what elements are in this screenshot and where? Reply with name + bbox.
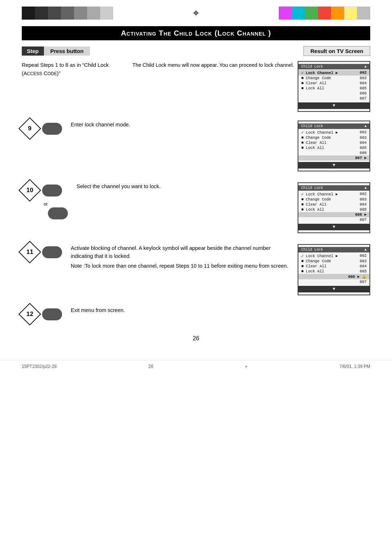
swatch-gray bbox=[357, 7, 370, 20]
tv-row-10-4: ■ Lock All 005 bbox=[298, 207, 369, 212]
title-text: Activating The Child Lock (Lock Channel … bbox=[121, 29, 271, 37]
swatch-3 bbox=[48, 7, 61, 20]
footer-left: 15PT2302/p22-28 bbox=[22, 364, 57, 369]
tv-row-11-6: 007 bbox=[298, 279, 369, 284]
step-9-text: Enter lock channel mode. bbox=[71, 121, 298, 130]
page-number: 26 bbox=[22, 335, 370, 342]
step-row-12: 12 Exit menu from screen. bbox=[22, 306, 370, 324]
tv-screen-intro: Child Lock ▲ ✓ Lock Channel ► 002 ■ Chan… bbox=[298, 61, 370, 112]
step-row-10: 10 or Select the channel you want to loc… bbox=[22, 182, 370, 233]
tv-footer-11: ▼ bbox=[298, 286, 369, 292]
tv-row-intro-3: ■ Clear All 004 bbox=[298, 81, 369, 86]
tv-row-intro-1: ✓ Lock Channel ► 002 bbox=[298, 70, 369, 76]
tv-row-10-5: 006 ► bbox=[298, 212, 369, 217]
step-12-text: Exit menu from screen. bbox=[71, 306, 370, 316]
color-bar-right bbox=[279, 7, 370, 20]
step-9-button[interactable] bbox=[42, 123, 62, 135]
step-11-number: 11 bbox=[19, 241, 41, 263]
tv-footer-intro: ▼ bbox=[298, 102, 369, 109]
footer-center: 26 bbox=[148, 364, 153, 369]
swatch-4 bbox=[61, 7, 74, 20]
tv-header-intro: Child Lock ▲ bbox=[298, 64, 369, 69]
page-title: Activating The Child Lock (Lock Channel … bbox=[22, 26, 370, 40]
tv-screen-9: Child Lock ▲ ✓ Lock Channel ► 002 ■ Chan… bbox=[298, 121, 370, 171]
step-11-button[interactable] bbox=[42, 246, 62, 258]
step-row-9: 9 Enter lock channel mode. Child Lock ▲ … bbox=[22, 121, 370, 171]
intro-text-2: The Child Lock menu will now appear. You… bbox=[132, 61, 298, 69]
color-bar-container: ⌖ bbox=[0, 0, 392, 20]
tv-row-10-6: 007 bbox=[298, 217, 369, 222]
swatch-red bbox=[318, 7, 331, 20]
tv-row-9-2: ■ Change Code 003 bbox=[298, 135, 369, 140]
tv-row-9-1: ✓ Lock Channel ► 002 bbox=[298, 130, 369, 135]
tv-screen-10: Child Lock ▲ ✓ Lock Channel ► 002 ■ Chan… bbox=[298, 182, 370, 233]
tv-header-10: Child Lock ▲ bbox=[298, 185, 369, 191]
swatch-green bbox=[305, 7, 318, 20]
footer-right: 7/6/01, 1:39 PM bbox=[339, 364, 370, 369]
step-10-text: Select the channel you want to lock. bbox=[77, 182, 298, 192]
step-10-number: 10 bbox=[19, 179, 41, 202]
tv-row-9-3: ■ Clear All 004 bbox=[298, 140, 369, 145]
tv-row-10-2: ■ Change Code 003 bbox=[298, 197, 369, 202]
swatch-2 bbox=[35, 7, 48, 20]
step-header: Step Press button Result on TV Screen bbox=[22, 46, 370, 56]
tv-screen-11: Child Lock ▲ ✓ Lock Channel ► 002 ■ Chan… bbox=[298, 244, 370, 295]
step-10-or: or bbox=[44, 201, 48, 207]
tv-row-11-4: ■ Lock All 005 bbox=[298, 269, 369, 274]
tv-footer-10: ▼ bbox=[298, 224, 369, 230]
swatch-5 bbox=[74, 7, 87, 20]
swatch-6 bbox=[87, 7, 100, 20]
crosshair-center: ⌖ bbox=[187, 7, 205, 20]
press-button-label: Press button bbox=[44, 46, 90, 56]
step-9-icons: 9 bbox=[22, 121, 62, 139]
tv-row-intro-4: ■ Lock All 005 bbox=[298, 86, 369, 91]
tv-row-9-5: 006 bbox=[298, 150, 369, 155]
step-row-11: 11 Activate blocking of channel. A keylo… bbox=[22, 244, 370, 295]
tv-row-11-5: 006 ► 🔒 bbox=[298, 274, 369, 279]
intro-text: Repeat Steps 1 to 8 as in “Child Lock (A… bbox=[22, 61, 132, 78]
step-10-icons: 10 or bbox=[22, 182, 68, 220]
step-label: Step bbox=[22, 46, 44, 56]
tv-row-11-1: ✓ Lock Channel ► 002 bbox=[298, 253, 369, 259]
swatch-7 bbox=[100, 7, 113, 20]
intro-text-1: Repeat Steps 1 to 8 as in “Child Lock (A… bbox=[22, 61, 129, 78]
swatch-1 bbox=[22, 7, 35, 20]
tv-row-intro-2: ■ Change Code 003 bbox=[298, 76, 369, 81]
swatch-cyan bbox=[292, 7, 305, 20]
main-content: Activating The Child Lock (Lock Channel … bbox=[0, 20, 392, 356]
tv-row-10-3: ■ Clear All 004 bbox=[298, 202, 369, 207]
step-11-icons: 11 bbox=[22, 244, 62, 262]
tv-row-11-3: ■ Clear All 004 bbox=[298, 264, 369, 269]
step-12-icons: 12 bbox=[22, 306, 62, 324]
step-10-button-down[interactable] bbox=[48, 207, 68, 219]
tv-footer-9: ▼ bbox=[298, 162, 369, 169]
step-12-number: 12 bbox=[19, 303, 41, 325]
step-11-text: Activate blocking of channel. A keylock … bbox=[71, 244, 298, 271]
tv-row-intro-5: 006 bbox=[298, 91, 369, 96]
step-10-button-up[interactable] bbox=[42, 185, 62, 197]
tv-row-11-2: ■ Change Code 003 bbox=[298, 259, 369, 264]
swatch-magenta bbox=[279, 7, 292, 20]
tv-row-10-1: ✓ Lock Channel ► 002 bbox=[298, 191, 369, 197]
step-12-button[interactable] bbox=[42, 308, 62, 320]
tv-row-9-6: 007 ► bbox=[298, 155, 369, 161]
tv-row-9-4: ■ Lock All 005 bbox=[298, 145, 369, 150]
color-bar-left bbox=[22, 7, 113, 20]
intro-row: Repeat Steps 1 to 8 as in “Child Lock (A… bbox=[22, 61, 370, 112]
footer-crosshair: ⌖ bbox=[245, 364, 248, 369]
swatch-orange bbox=[331, 7, 344, 20]
step-9-number: 9 bbox=[19, 117, 41, 140]
swatch-yellow bbox=[344, 7, 357, 20]
tv-header-11: Child Lock ▲ bbox=[298, 247, 369, 252]
tv-header-9: Child Lock ▲ bbox=[298, 123, 369, 129]
result-label: Result on TV Screen bbox=[303, 46, 370, 56]
page-footer: 15PT2302/p22-28 26 ⌖ 7/6/01, 1:39 PM bbox=[0, 360, 392, 373]
tv-row-intro-6: 007 bbox=[298, 96, 369, 101]
